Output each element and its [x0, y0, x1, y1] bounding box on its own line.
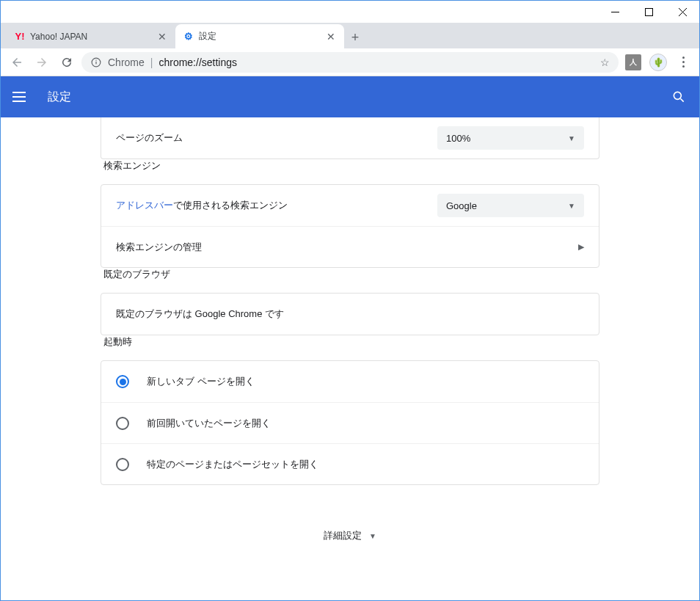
default-browser-message: 既定のブラウザは Google Chrome です	[116, 307, 584, 321]
tab-yahoo[interactable]: Y! Yahoo! JAPAN ✕	[7, 24, 175, 48]
startup-option-label: 特定のページまたはページセットを開く	[147, 458, 318, 471]
url-divider: |	[150, 57, 153, 68]
addressbar-rest: で使用される検索エンジン	[173, 200, 288, 211]
search-engine-card: アドレスバーで使用される検索エンジン Google ▼ 検索エンジンの管理 ▶	[101, 184, 599, 268]
manage-engines-label: 検索エンジンの管理	[116, 241, 578, 254]
address-bar[interactable]: Chrome | chrome://settings ☆	[81, 52, 619, 73]
svg-rect-1	[645, 8, 652, 15]
tab-strip: Y! Yahoo! JAPAN ✕ ⚙ 設定 ✕ +	[1, 23, 699, 48]
on-startup-card: 新しいタブ ページを開く 前回開いていたページを開く 特定のページまたはページセ…	[101, 360, 599, 485]
startup-option-label: 前回開いていたページを開く	[147, 417, 271, 430]
toolbar: Chrome | chrome://settings ☆ 人 🌵	[1, 48, 699, 76]
search-settings-icon[interactable]	[670, 88, 688, 106]
svg-point-7	[674, 92, 681, 99]
page-zoom-value: 100%	[446, 133, 470, 144]
site-info-icon[interactable]	[90, 57, 102, 68]
profile-avatar[interactable]: 🌵	[648, 52, 668, 73]
radio-button[interactable]	[116, 417, 129, 430]
svg-rect-5	[95, 61, 96, 64]
page-zoom-label: ページのズーム	[116, 131, 437, 145]
url-scheme-label: Chrome	[108, 57, 145, 68]
tab-settings[interactable]: ⚙ 設定 ✕	[175, 24, 344, 48]
tab-title: Yahoo! JAPAN	[30, 32, 152, 42]
yahoo-favicon-icon: Y!	[14, 31, 26, 43]
addressbar-engine-row: アドレスバーで使用される検索エンジン Google ▼	[101, 185, 599, 226]
settings-app-title: 設定	[48, 90, 670, 105]
window-close-button[interactable]	[666, 1, 699, 23]
page-zoom-row: ページのズーム 100% ▼	[101, 117, 599, 159]
section-title-search-engine: 検索エンジン	[101, 159, 599, 172]
bookmark-star-icon[interactable]: ☆	[600, 57, 610, 68]
tab-title: 設定	[199, 30, 321, 43]
radio-button[interactable]	[116, 375, 129, 388]
forward-button[interactable]	[32, 52, 52, 73]
advanced-label: 詳細設定	[324, 529, 362, 542]
page-zoom-dropdown[interactable]: 100% ▼	[437, 126, 584, 150]
appearance-card: ページのズーム 100% ▼	[101, 117, 599, 159]
addressbar-link[interactable]: アドレスバー	[116, 200, 173, 211]
new-tab-button[interactable]: +	[344, 26, 366, 48]
dropdown-arrow-icon: ▼	[568, 134, 575, 142]
svg-line-8	[681, 99, 684, 102]
section-title-default-browser: 既定のブラウザ	[101, 268, 599, 281]
section-title-on-startup: 起動時	[101, 335, 599, 349]
chevron-down-icon: ▼	[369, 532, 376, 540]
url-text: chrome://settings	[158, 57, 237, 68]
tab-close-icon[interactable]: ✕	[325, 31, 337, 43]
default-browser-card: 既定のブラウザは Google Chrome です	[101, 293, 599, 335]
advanced-toggle[interactable]: 詳細設定 ▼	[101, 529, 599, 542]
gear-favicon-icon: ⚙	[183, 31, 194, 43]
dropdown-arrow-icon: ▼	[568, 202, 575, 210]
search-engine-value: Google	[446, 200, 477, 211]
settings-header: 設定	[1, 76, 699, 117]
browser-menu-button[interactable]	[673, 52, 693, 73]
window-minimize-button[interactable]	[598, 1, 632, 23]
addressbar-engine-label: アドレスバーで使用される検索エンジン	[116, 199, 437, 212]
manage-engines-row[interactable]: 検索エンジンの管理 ▶	[101, 226, 599, 267]
radio-button[interactable]	[116, 458, 129, 471]
window-maximize-button[interactable]	[632, 1, 666, 23]
chevron-right-icon: ▶	[578, 242, 584, 252]
startup-option-newtab[interactable]: 新しいタブ ページを開く	[101, 361, 599, 402]
startup-option-label: 新しいタブ ページを開く	[147, 375, 255, 388]
settings-body[interactable]: ページのズーム 100% ▼ 検索エンジン アドレスバーで使用される検索エンジン…	[1, 117, 699, 600]
settings-content: ページのズーム 100% ▼ 検索エンジン アドレスバーで使用される検索エンジン…	[101, 117, 599, 600]
default-browser-row: 既定のブラウザは Google Chrome です	[101, 294, 599, 335]
back-button[interactable]	[7, 52, 27, 73]
reload-button[interactable]	[56, 52, 77, 73]
search-engine-dropdown[interactable]: Google ▼	[437, 194, 584, 217]
hamburger-menu-icon[interactable]	[12, 88, 30, 106]
tab-close-icon[interactable]: ✕	[156, 31, 168, 43]
startup-option-specific[interactable]: 特定のページまたはページセットを開く	[101, 443, 599, 484]
svg-rect-6	[95, 59, 96, 60]
pdf-extension-icon[interactable]: 人	[623, 52, 644, 73]
startup-option-continue[interactable]: 前回開いていたページを開く	[101, 402, 599, 443]
window-titlebar	[1, 1, 699, 23]
